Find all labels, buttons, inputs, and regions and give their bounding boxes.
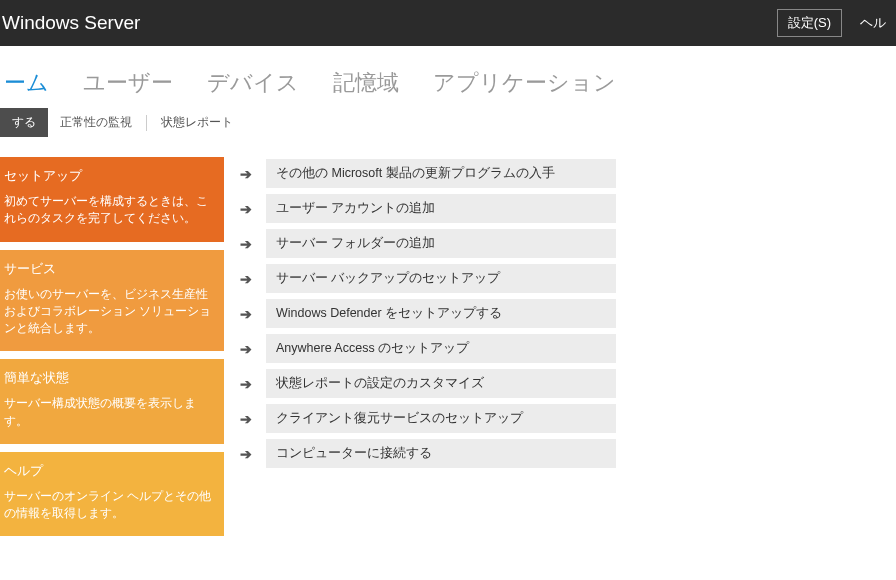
task-get-updates[interactable]: ➔ その他の Microsoft 製品の更新プログラムの入手 <box>240 159 616 188</box>
arrow-right-icon: ➔ <box>240 236 256 252</box>
card-title: サービス <box>4 260 212 278</box>
sub-nav: する 正常性の監視 状態レポート <box>0 108 896 137</box>
task-connect-computer[interactable]: ➔ コンピューターに接続する <box>240 439 616 468</box>
main-nav: ーム ユーザー デバイス 記憶域 アプリケーション <box>0 46 896 108</box>
arrow-right-icon: ➔ <box>240 341 256 357</box>
task-label: Anywhere Access のセットアップ <box>266 334 616 363</box>
card-desc: お使いのサーバーを、ビジネス生産性およびコラボレーション ソリューションと統合し… <box>4 286 212 338</box>
task-add-user[interactable]: ➔ ユーザー アカウントの追加 <box>240 194 616 223</box>
subnav-item-setup[interactable]: する <box>0 108 48 137</box>
arrow-right-icon: ➔ <box>240 201 256 217</box>
task-label: Windows Defender をセットアップする <box>266 299 616 328</box>
content-area: セットアップ 初めてサーバーを構成するときは、これらのタスクを完了してください。… <box>0 157 896 536</box>
task-setup-defender[interactable]: ➔ Windows Defender をセットアップする <box>240 299 616 328</box>
nav-tab-devices[interactable]: デバイス <box>207 68 299 98</box>
titlebar: Windows Server 設定(S) ヘル <box>0 0 896 46</box>
titlebar-right: 設定(S) ヘル <box>777 9 886 37</box>
task-label: コンピューターに接続する <box>266 439 616 468</box>
task-setup-anywhere-access[interactable]: ➔ Anywhere Access のセットアップ <box>240 334 616 363</box>
app-title: Windows Server <box>2 12 140 34</box>
nav-tab-storage[interactable]: 記憶域 <box>333 68 399 98</box>
card-desc: サーバー構成状態の概要を表示します。 <box>4 395 212 430</box>
nav-tab-applications[interactable]: アプリケーション <box>433 68 616 98</box>
task-label: 状態レポートの設定のカスタマイズ <box>266 369 616 398</box>
arrow-right-icon: ➔ <box>240 166 256 182</box>
card-title: セットアップ <box>4 167 212 185</box>
card-desc: サーバーのオンライン ヘルプとその他の情報を取得します。 <box>4 488 212 523</box>
help-link[interactable]: ヘル <box>860 14 886 32</box>
arrow-right-icon: ➔ <box>240 411 256 427</box>
task-label: クライアント復元サービスのセットアップ <box>266 404 616 433</box>
subnav-divider <box>146 115 147 131</box>
nav-tab-users[interactable]: ユーザー <box>83 68 173 98</box>
task-setup-backup[interactable]: ➔ サーバー バックアップのセットアップ <box>240 264 616 293</box>
task-label: サーバー フォルダーの追加 <box>266 229 616 258</box>
arrow-right-icon: ➔ <box>240 306 256 322</box>
task-customize-report[interactable]: ➔ 状態レポートの設定のカスタマイズ <box>240 369 616 398</box>
arrow-right-icon: ➔ <box>240 271 256 287</box>
arrow-right-icon: ➔ <box>240 376 256 392</box>
card-services[interactable]: サービス お使いのサーバーを、ビジネス生産性およびコラボレーション ソリューショ… <box>0 250 224 352</box>
task-label: その他の Microsoft 製品の更新プログラムの入手 <box>266 159 616 188</box>
card-setup[interactable]: セットアップ 初めてサーバーを構成するときは、これらのタスクを完了してください。 <box>0 157 224 242</box>
task-label: ユーザー アカウントの追加 <box>266 194 616 223</box>
subnav-item-health[interactable]: 正常性の監視 <box>48 108 144 137</box>
task-list: ➔ その他の Microsoft 製品の更新プログラムの入手 ➔ ユーザー アカ… <box>240 157 896 536</box>
task-label: サーバー バックアップのセットアップ <box>266 264 616 293</box>
nav-tab-home[interactable]: ーム <box>4 68 49 98</box>
card-title: ヘルプ <box>4 462 212 480</box>
task-add-folder[interactable]: ➔ サーバー フォルダーの追加 <box>240 229 616 258</box>
category-column: セットアップ 初めてサーバーを構成するときは、これらのタスクを完了してください。… <box>0 157 224 536</box>
task-setup-client-restore[interactable]: ➔ クライアント復元サービスのセットアップ <box>240 404 616 433</box>
card-title: 簡単な状態 <box>4 369 212 387</box>
subnav-item-report[interactable]: 状態レポート <box>149 108 245 137</box>
card-status[interactable]: 簡単な状態 サーバー構成状態の概要を表示します。 <box>0 359 224 444</box>
card-help[interactable]: ヘルプ サーバーのオンライン ヘルプとその他の情報を取得します。 <box>0 452 224 537</box>
settings-button[interactable]: 設定(S) <box>777 9 842 37</box>
arrow-right-icon: ➔ <box>240 446 256 462</box>
card-desc: 初めてサーバーを構成するときは、これらのタスクを完了してください。 <box>4 193 212 228</box>
